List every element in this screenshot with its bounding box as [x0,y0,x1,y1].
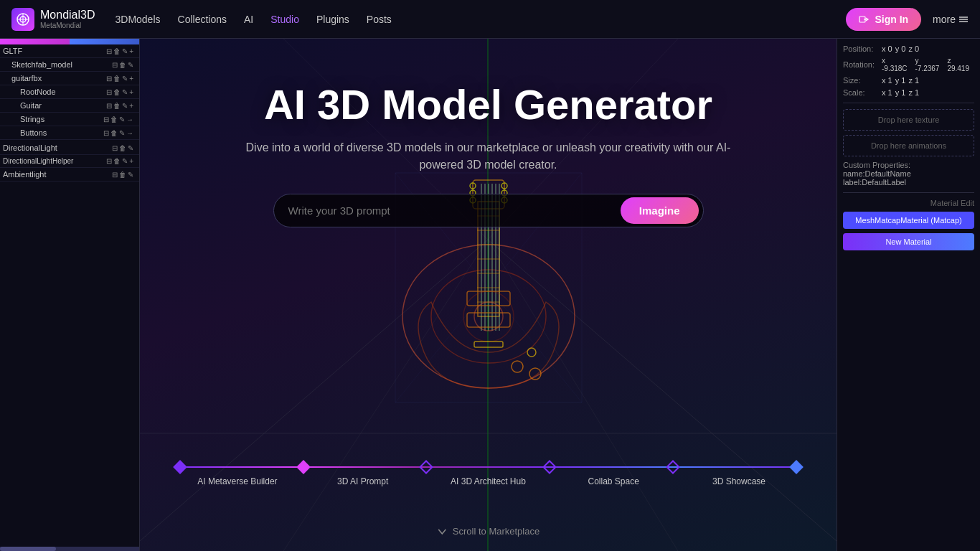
timeline-node-2[interactable] [296,460,311,474]
tree-item-guitar[interactable]: Guitar ⊟ 🗑 ✎ + [0,99,139,113]
timeline-node-5[interactable] [666,460,681,474]
edit-icon[interactable]: ✎ [128,144,133,152]
nav-plugins[interactable]: Plugins [316,14,349,25]
arrow-icon[interactable]: → [126,129,133,137]
edit-icon[interactable]: ✎ [122,157,128,165]
tree-item-buttons[interactable]: Buttons ⊟ 🗑 ✎ → [0,126,139,140]
trash-icon[interactable]: 🗑 [110,129,118,137]
trash-icon[interactable]: 🗑 [113,47,121,55]
hero-title: AI 3D Model Generator [237,82,740,128]
copy-icon[interactable]: ⊟ [112,144,118,152]
matcap-label: MeshMatcapMaterial (Matcap) [855,216,962,225]
timeline-node-4[interactable] [543,460,557,474]
copy-icon[interactable]: ⊟ [106,75,112,83]
logo-subtitle: MetaMondial [40,22,95,29]
tree-item-ambientlight[interactable]: Ambientlight ⊟ 🗑 ✎ [0,168,139,182]
trash-icon[interactable]: 🗑 [119,144,126,152]
trash-icon[interactable]: 🗑 [113,75,121,83]
copy-icon[interactable]: ⊟ [106,47,112,55]
hamburger-icon [958,14,969,24]
trash-icon[interactable]: 🗑 [119,61,126,69]
tree-label-gltf: GLTF [3,47,103,55]
copy-icon[interactable]: ⊟ [106,102,112,110]
edit-icon[interactable]: ✎ [119,129,125,137]
copy-icon[interactable]: ⊟ [112,61,118,69]
sign-in-button[interactable]: Sign In [846,8,921,31]
main-content: AI 3D Model Generator Dive into a world … [140,39,837,551]
tree-label-strings: Strings [20,115,100,123]
copy-icon[interactable]: ⊟ [112,171,118,179]
drop-texture-zone[interactable]: Drop here texture [843,109,974,131]
position-y: y 0 [895,44,906,53]
nav-logo[interactable]: Mondial3D MetaMondial [11,8,95,31]
tree-item-rootnode[interactable]: RootNode ⊟ 🗑 ✎ + [0,85,139,99]
timeline-labels: AI Metaverse Builder 3D AI Prompt AI 3D … [175,476,802,486]
arrow-icon[interactable]: → [126,116,133,123]
trash-icon[interactable]: 🗑 [113,88,121,96]
add-icon[interactable]: + [129,157,133,165]
prompt-input[interactable] [288,204,621,217]
trash-icon[interactable]: 🗑 [119,171,126,179]
tree-item-guitarfbx[interactable]: guitarfbx ⊟ 🗑 ✎ + [0,72,139,85]
edit-icon[interactable]: ✎ [122,47,128,55]
add-icon[interactable]: + [129,47,133,55]
nav-collections[interactable]: Collections [178,14,227,25]
scroll-down[interactable]: Scroll to Marketplace [437,526,540,537]
edit-icon[interactable]: ✎ [122,102,128,110]
trash-icon[interactable]: 🗑 [113,102,121,110]
edit-icon[interactable]: ✎ [119,116,125,123]
size-row: Size: x 1 y 1 z 1 [843,76,974,85]
timeline-label-3: AI 3D Architect Hub [445,476,531,486]
edit-icon[interactable]: ✎ [122,88,128,96]
timeline-label-2: 3D AI Prompt [320,476,406,486]
nav-3dmodels[interactable]: 3DModels [115,14,160,25]
right-panel: Position: x 0 y 0 z 0 Rotation: x -9.318… [837,39,980,551]
hero-subtitle: Dive into a world of diverse 3D models i… [237,139,740,174]
new-material-label: New Material [885,237,931,246]
tree-item-strings[interactable]: Strings ⊟ 🗑 ✎ → [0,113,139,126]
edit-icon[interactable]: ✎ [122,75,128,83]
tree-item-dirlight[interactable]: DirectionalLight ⊟ 🗑 ✎ [0,141,139,155]
position-x: x 0 [882,44,892,53]
scale-z: z 1 [908,88,919,97]
timeline-label-5: 3D Showcase [696,476,782,486]
copy-icon[interactable]: ⊟ [103,116,109,123]
more-label: more [933,14,956,25]
imagine-button[interactable]: Imagine [621,197,699,224]
drop-animations-zone[interactable]: Drop here animations [843,135,974,156]
divider2 [843,192,974,193]
trash-icon[interactable]: 🗑 [113,157,121,165]
svg-point-38 [527,348,536,357]
timeline-node-6[interactable] [789,460,804,474]
nav-ai[interactable]: AI [244,14,253,25]
rotation-y: y -7.2367 [915,57,945,72]
copy-icon[interactable]: ⊟ [106,157,112,165]
matcap-button[interactable]: MeshMatcapMaterial (Matcap) [843,212,974,229]
rotation-z: z 29.419 [947,57,974,72]
new-material-button[interactable]: New Material [843,233,974,250]
copy-icon[interactable]: ⊟ [106,88,112,96]
tree-item-sketchfab[interactable]: Sketchfab_model ⊟ 🗑 ✎ [0,58,139,72]
chevron-down-icon [437,527,447,537]
edit-icon[interactable]: ✎ [128,171,133,179]
timeline-node-1[interactable] [173,460,187,474]
timeline-label-1: AI Metaverse Builder [194,476,281,486]
scale-x: x 1 [882,88,892,97]
nav-posts[interactable]: Posts [367,14,392,25]
add-icon[interactable]: + [129,75,133,83]
scale-row: Scale: x 1 y 1 z 1 [843,88,974,97]
position-z: z 0 [908,44,919,53]
nav-studio[interactable]: Studio [270,14,299,25]
size-x: x 1 [882,76,892,85]
add-icon[interactable]: + [129,102,133,110]
copy-icon[interactable]: ⊟ [103,129,109,137]
logo-title: Mondial3D [40,9,95,22]
tree-item-dirlighthelper[interactable]: DirectionalLightHelper ⊟ 🗑 ✎ + [0,155,139,168]
timeline-node-3[interactable] [420,460,434,474]
more-button[interactable]: more [933,14,969,25]
edit-icon[interactable]: ✎ [128,61,133,69]
tree-item-gltf[interactable]: GLTF ⊟ 🗑 ✎ + [0,44,139,58]
trash-icon[interactable]: 🗑 [110,116,118,123]
add-icon[interactable]: + [129,88,133,96]
custom-properties: Custom Properties: name:DefaultName labe… [843,161,974,187]
